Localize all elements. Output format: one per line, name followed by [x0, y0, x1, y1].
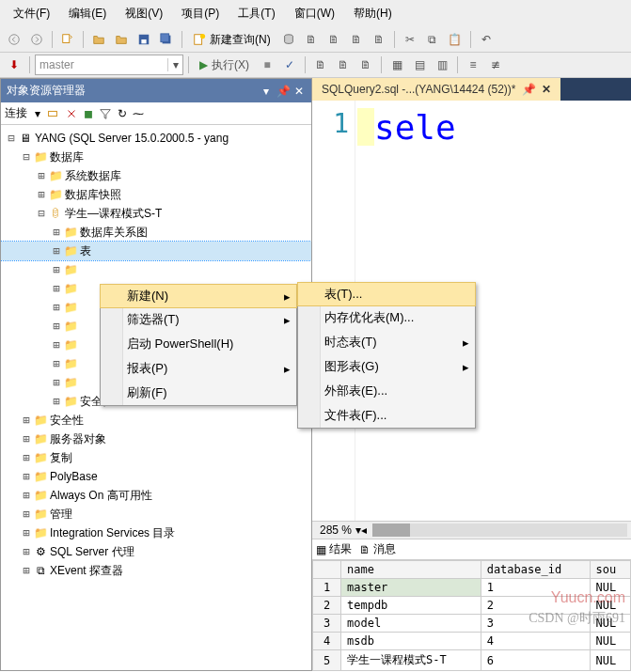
connect-icon[interactable] [46, 107, 59, 120]
tree-agent[interactable]: SQL Server 代理 [50, 542, 134, 561]
messages-tab[interactable]: 🗎消息 [359, 541, 396, 557]
db-icon-3[interactable]: 🗎 [323, 29, 344, 50]
ctx-powershell[interactable]: 启动 PowerShell(H) [101, 332, 296, 356]
context-menu[interactable]: 新建(N)▸ 筛选器(T)▸ 启动 PowerShell(H) 报表(P)▸ 刷… [100, 284, 297, 406]
parse-icon[interactable]: ✓ [279, 55, 300, 75]
uncomment-icon[interactable]: ≢ [485, 55, 506, 75]
tree-replication[interactable]: 复制 [50, 448, 72, 467]
tree-diagram[interactable]: 数据库关系图 [80, 223, 148, 242]
context-submenu[interactable]: 表(T)... 内存优化表(M)... 时态表(T)▸ 图形表(G)▸ 外部表(… [297, 282, 476, 429]
forward-icon[interactable] [26, 29, 47, 50]
tree-student-db[interactable]: 学生—课程模式S-T [65, 204, 162, 223]
results-file-icon[interactable]: ▥ [432, 55, 452, 75]
col-name[interactable]: name [341, 561, 481, 579]
copy-icon[interactable]: ⧉ [422, 29, 443, 50]
ctx-reports[interactable]: 报表(P)▸ [101, 356, 296, 381]
db-icon-4[interactable]: 🗎 [346, 29, 367, 50]
undo-icon[interactable]: ↶ [476, 29, 497, 50]
connect-label[interactable]: 连接 [5, 105, 27, 121]
menu-file[interactable]: 文件(F) [4, 2, 59, 25]
stats-icon[interactable]: 🗎 [333, 55, 354, 75]
tree-tables[interactable]: 表 [80, 242, 91, 260]
db-icon-1[interactable] [278, 29, 299, 50]
tree-polybase[interactable]: PolyBase [50, 467, 98, 486]
ctx-filter[interactable]: 筛选器(T)▸ [101, 307, 296, 332]
toggle-icon[interactable]: ⬇ [4, 55, 24, 75]
scroll-left-icon[interactable]: ◂ [361, 524, 367, 537]
sub-file-table[interactable]: 文件表(F)... [298, 403, 475, 428]
db-icon-5[interactable]: 🗎 [369, 29, 389, 50]
tree-snapshot[interactable]: 数据库快照 [65, 185, 121, 204]
editor-tabbar: SQLQuery2.sql -...(YANG\14424 (52))* 📌 ✕ [312, 78, 631, 101]
table-row[interactable]: 4msdb4NUL [313, 633, 631, 650]
submenu-arrow-icon: ▸ [463, 336, 469, 350]
save-all-icon[interactable] [156, 29, 177, 50]
horizontal-scrollbar[interactable] [372, 524, 627, 537]
menu-help[interactable]: 帮助(H) [344, 2, 402, 25]
new-item-icon[interactable] [57, 29, 78, 50]
execute-button[interactable]: ▶ 执行(X) [194, 57, 255, 73]
results-grid-icon[interactable]: ▦ [386, 55, 407, 75]
folder-icon: 📁 [63, 300, 78, 315]
tree-integration[interactable]: Integration Services 目录 [50, 524, 175, 542]
tree-xevent[interactable]: XEvent 探查器 [50, 561, 123, 580]
open-project-icon[interactable] [111, 29, 132, 50]
ctx-refresh[interactable]: 刷新(F) [101, 381, 296, 405]
results-tab[interactable]: ▦结果 [316, 541, 352, 557]
tree-server[interactable]: YANG (SQL Server 15.0.2000.5 - yang [35, 129, 229, 148]
disconnect-icon[interactable] [65, 107, 78, 120]
dropdown-icon[interactable]: ▾ [260, 85, 273, 98]
tree-databases[interactable]: 数据库 [50, 148, 84, 166]
opts-icon[interactable]: 🗎 [355, 55, 376, 75]
comment-icon[interactable]: ≡ [463, 55, 483, 75]
results-grid[interactable]: name database_id sou 1master1NUL 2tempdb… [312, 560, 631, 671]
ctx-new[interactable]: 新建(N)▸ [100, 284, 297, 308]
menu-project[interactable]: 项目(P) [172, 2, 229, 25]
results-text-icon[interactable]: ▤ [409, 55, 430, 75]
tree-server-objects[interactable]: 服务器对象 [50, 430, 106, 448]
paste-icon[interactable]: 📋 [445, 29, 465, 50]
menu-view[interactable]: 视图(V) [116, 2, 172, 25]
table-row[interactable]: 3model3NUL [313, 615, 631, 633]
editor-tab[interactable]: SQLQuery2.sql -...(YANG\14424 (52))* 📌 ✕ [312, 78, 560, 101]
close-icon[interactable]: ✕ [542, 83, 551, 96]
sub-table[interactable]: 表(T)... [297, 282, 476, 306]
sub-temporal-table[interactable]: 时态表(T)▸ [298, 330, 475, 354]
db-icon-2[interactable]: 🗎 [301, 29, 322, 50]
activity-icon[interactable]: ⁓ [133, 107, 144, 120]
pin-icon[interactable]: 📌 [522, 83, 536, 96]
menu-edit[interactable]: 编辑(E) [59, 2, 116, 25]
zoom-level[interactable]: 285 % [316, 524, 355, 537]
table-row[interactable]: 2tempdb2NUL [313, 597, 631, 615]
col-database-id[interactable]: database_id [481, 561, 590, 579]
back-icon[interactable] [4, 29, 24, 50]
cut-icon[interactable]: ✂ [400, 29, 420, 50]
filter-icon[interactable] [99, 107, 112, 120]
tree-alwayson[interactable]: Always On 高可用性 [50, 486, 152, 505]
save-icon[interactable] [134, 29, 154, 50]
tree-security[interactable]: 安全性 [50, 411, 84, 430]
plan-icon[interactable]: 🗎 [310, 55, 331, 75]
new-query-button[interactable]: 新建查询(N) [187, 30, 276, 50]
message-icon: 🗎 [359, 543, 371, 556]
sub-memory-table[interactable]: 内存优化表(M)... [298, 305, 475, 330]
sub-external-table[interactable]: 外部表(E)... [298, 379, 475, 403]
menu-tools[interactable]: 工具(T) [229, 2, 284, 25]
pin-icon[interactable]: 📌 [276, 85, 290, 98]
close-icon[interactable]: ✕ [292, 85, 306, 98]
debug-icon[interactable]: ■ [257, 55, 277, 75]
table-row[interactable]: 1master1NUL [313, 579, 631, 597]
menu-window[interactable]: 窗口(W) [285, 2, 344, 25]
tree-management[interactable]: 管理 [50, 505, 72, 524]
chevron-down-icon[interactable]: ▾ [167, 58, 182, 71]
sub-graph-table[interactable]: 图形表(G)▸ [298, 354, 475, 379]
tree-sysdb[interactable]: 系统数据库 [65, 166, 121, 185]
table-row[interactable]: 5学生一课程模式S-T6NUL [313, 650, 631, 671]
col-source[interactable]: sou [590, 561, 630, 579]
chevron-down-icon[interactable]: ▾ [35, 107, 40, 120]
open-icon[interactable] [88, 29, 109, 50]
database-combo-input[interactable] [36, 58, 167, 71]
refresh-icon[interactable]: ↻ [118, 107, 127, 120]
stop-icon[interactable]: ◼ [84, 107, 93, 120]
database-combo[interactable]: ▾ [35, 55, 183, 75]
